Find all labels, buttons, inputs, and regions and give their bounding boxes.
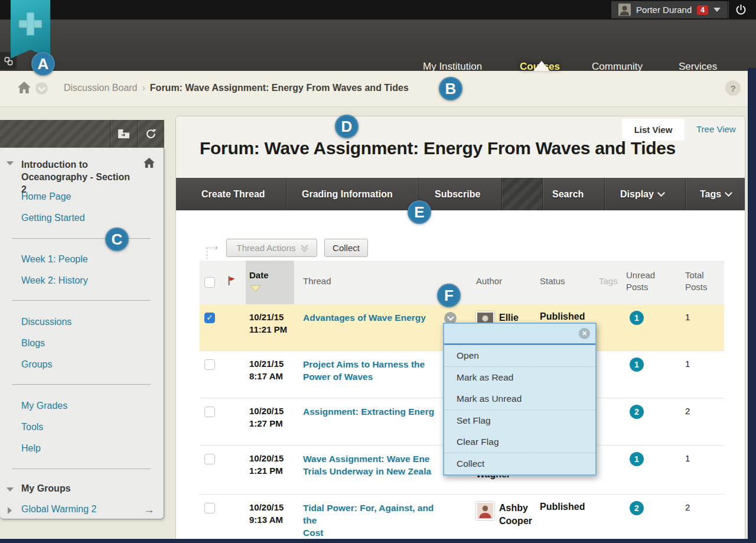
sort-descending-icon[interactable] (250, 284, 261, 294)
collect-button[interactable]: Collect (324, 239, 368, 257)
thread-status: Published (540, 502, 585, 512)
power-icon (735, 4, 747, 16)
sidebar-item-groups[interactable]: Groups (21, 359, 52, 370)
tab-services[interactable]: Services (679, 61, 717, 73)
actionbar-divider (604, 178, 605, 210)
menu-item-mark-as-read[interactable]: Mark as Read (444, 366, 595, 388)
total-posts: 2 (685, 406, 690, 416)
chevron-down-icon[interactable] (713, 8, 721, 12)
column-header-unread-posts[interactable]: UnreadPosts (626, 269, 655, 293)
home-icon (144, 158, 155, 168)
menu-item-collect[interactable]: Collect (444, 453, 595, 474)
column-header-date[interactable]: Date (249, 270, 269, 280)
refresh-button[interactable] (137, 120, 164, 148)
unread-posts-badge[interactable]: 1 (630, 452, 644, 466)
thread-link[interactable]: Assignment: Extracting Energ (303, 405, 449, 418)
sidebar-item-help[interactable]: Help (21, 443, 41, 454)
subscribe-button[interactable]: Subscribe (435, 178, 480, 210)
user-name: Porter Durand (636, 5, 692, 15)
thread-link[interactable]: Wave Assignment: Wave EneTrials Underway… (303, 453, 449, 477)
menu-item-set-flag[interactable]: Set Flag (444, 409, 595, 431)
tab-my-institution[interactable]: My Institution (423, 61, 482, 73)
home-icon (18, 82, 31, 93)
help-button[interactable]: ? (725, 80, 741, 96)
course-home-button[interactable] (144, 158, 155, 170)
column-header-status[interactable]: Status (540, 276, 565, 286)
notification-count-badge[interactable]: 4 (697, 5, 708, 15)
sidebar-item-blogs[interactable]: Blogs (21, 338, 45, 349)
person-icon (477, 503, 493, 519)
thread-row: 10/20/159:13 AM Tidal Power: For, Agains… (200, 494, 724, 543)
sidebar-item-my-grades[interactable]: My Grades (21, 401, 67, 411)
sidebar-divider (12, 384, 151, 385)
column-header-total-posts[interactable]: TotalPosts (685, 269, 708, 293)
my-groups-caret-icon[interactable] (6, 487, 14, 492)
active-tab-notch (533, 61, 550, 71)
callout-f: F (437, 284, 461, 307)
row-checkbox[interactable] (204, 503, 215, 513)
thread-link[interactable]: Advantages of Wave Energy (303, 311, 449, 324)
breadcrumb-expand-button[interactable] (35, 82, 48, 95)
menu-item-clear-flag[interactable]: Clear Flag (444, 431, 595, 453)
create-thread-button[interactable]: Create Thread (201, 178, 265, 210)
thread-context-menu: × Open Mark as Read Mark as Unread Set F… (443, 323, 597, 476)
thread-table-header: Date Thread Author Status Tags UnreadPos… (200, 261, 724, 304)
author-name: Ashby Cooper (499, 502, 542, 528)
unread-posts-badge[interactable]: 2 (630, 405, 644, 419)
add-bookmark-ribbon[interactable] (11, 0, 50, 58)
column-header-author[interactable]: Author (476, 276, 502, 286)
collapse-course-caret-icon[interactable] (6, 161, 14, 165)
actionbar-divider (286, 178, 286, 210)
course-menu: Introduction to Oceanography - Section 2… (0, 148, 164, 519)
callout-c: C (105, 227, 129, 251)
unread-posts-badge[interactable]: 1 (630, 311, 644, 325)
thread-link[interactable]: Project Aims to Harness thePower of Wave… (303, 358, 449, 383)
search-button[interactable]: Search (552, 178, 584, 210)
tab-community[interactable]: Community (592, 61, 643, 73)
breadcrumb-separator: › (142, 83, 145, 93)
sidebar-item-discussions[interactable]: Discussions (21, 317, 71, 327)
sidebar-item-week-1-people[interactable]: Week 1: People (21, 254, 88, 265)
logout-button[interactable] (728, 1, 752, 18)
close-icon[interactable]: × (579, 328, 590, 339)
sidebar-item-home-page[interactable]: Home Page (21, 191, 71, 202)
sidebar-item-week-2-history[interactable]: Week 2: History (21, 275, 88, 286)
menu-item-open[interactable]: Open (444, 345, 595, 366)
unread-posts-badge[interactable]: 1 (630, 357, 644, 372)
select-all-checkbox[interactable] (204, 277, 215, 288)
plus-icon (27, 12, 34, 35)
column-header-thread[interactable]: Thread (303, 276, 331, 286)
user-menu[interactable]: Porter Durand 4 (611, 1, 728, 18)
menu-item-mark-as-unread[interactable]: Mark as Unread (444, 388, 595, 409)
sidebar-item-getting-started[interactable]: Getting Started (21, 213, 85, 223)
row-checkbox[interactable] (204, 407, 215, 417)
forum-header: List View Tree View Forum: Wave Assignme… (176, 116, 745, 178)
sidebar-divider (12, 469, 151, 469)
callout-a: A (31, 52, 55, 76)
breadcrumb-link[interactable]: Discussion Board (64, 83, 138, 93)
home-button[interactable] (18, 82, 31, 96)
thread-link[interactable]: Tidal Power: For, Against, and theCost (303, 502, 449, 539)
date-column-highlight (246, 261, 294, 304)
thread-actions-button[interactable]: Thread Actions (226, 239, 317, 257)
breadcrumb-bar: Discussion Board›Forum: Wave Assignment:… (0, 71, 756, 107)
collapse-menu-button[interactable] (110, 120, 137, 148)
unread-posts-badge[interactable]: 2 (630, 501, 644, 515)
row-checkbox[interactable] (204, 359, 215, 370)
sidebar-item-global-warming-2[interactable]: Global Warming 2 (21, 504, 96, 515)
row-checkbox-checked[interactable]: ✓ (204, 313, 215, 323)
tab-list-view[interactable]: List View (622, 119, 685, 141)
callout-b: B (439, 77, 462, 100)
group-open-arrow[interactable]: → (144, 503, 155, 516)
row-checkbox[interactable] (204, 454, 215, 464)
tab-tree-view[interactable]: Tree View (696, 124, 736, 134)
group-expand-caret-icon[interactable] (8, 507, 12, 514)
thread-date: 10/20/151:27 PM (249, 405, 284, 430)
total-posts: 1 (685, 453, 690, 463)
display-menu-button[interactable]: Display (620, 178, 664, 210)
sidebar-item-tools[interactable]: Tools (21, 422, 43, 433)
grading-information-button[interactable]: Grading Information (302, 178, 393, 210)
callout-e: E (408, 200, 431, 224)
tags-menu-button[interactable]: Tags (700, 178, 731, 210)
blackboard-discussion-page: Porter Durand 4 My Institution Courses C… (0, 0, 756, 543)
